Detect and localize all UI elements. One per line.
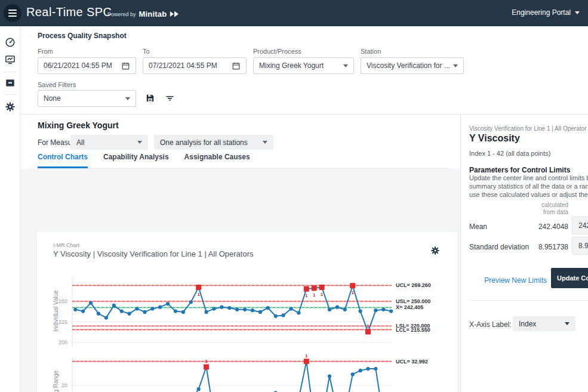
chevron-down-icon (575, 11, 580, 14)
panel-divider (469, 300, 588, 301)
minitab-logo-icon (170, 10, 179, 18)
top-app-bar: Real-Time SPC Powered by Minitab Enginee… (0, 0, 588, 26)
nav-divider (4, 72, 17, 72)
svg-text:1: 1 (313, 292, 316, 298)
svg-text:UCL= 269.260: UCL= 269.260 (396, 282, 431, 288)
tab-control-charts[interactable]: Control Charts (38, 153, 88, 168)
portal-label: Engineering Portal (512, 8, 571, 17)
station-label: Station (361, 48, 381, 55)
description-line: Update the center line and control limit… (469, 174, 588, 181)
chart-title: Y Viscosity | Viscosity Verification for… (53, 249, 254, 258)
chevron-down-icon (343, 64, 348, 67)
svg-text:200: 200 (59, 339, 67, 345)
x-axis-select[interactable]: Index (513, 316, 575, 331)
mean-calculated-value: 242.4048 (518, 223, 568, 231)
panel-title: Y Viscosity (469, 133, 520, 144)
moving-range-chart: 020UCL= 32.992M̅R̅= 10.098LCL= 0.0004812… (36, 354, 454, 392)
portal-switcher[interactable]: Engineering Portal (512, 8, 580, 17)
svg-text:1: 1 (305, 293, 308, 298)
chevron-down-icon (453, 64, 458, 67)
svg-text:20: 20 (61, 382, 67, 388)
stddev-input[interactable]: 8.951738 (572, 237, 588, 255)
svg-text:UCL= 32.992: UCL= 32.992 (396, 359, 428, 365)
from-label: From (38, 48, 53, 55)
save-filter-icon[interactable] (145, 93, 155, 103)
product-process-label: Product/Process (253, 48, 301, 55)
svg-text:1: 1 (321, 292, 324, 297)
hamburger-menu-icon[interactable] (4, 4, 21, 22)
update-control-limits-button[interactable]: Update Control Limits (551, 268, 588, 288)
app-title: Real-Time SPC (26, 5, 112, 19)
section-title: Process Quality Snapshot (38, 32, 127, 40)
svg-text:225: 225 (59, 319, 67, 325)
x-axis-value: Index (519, 320, 565, 328)
monitor-chart-icon[interactable] (5, 54, 16, 65)
chevron-down-icon (137, 141, 142, 144)
minitab-brand-label: Minitab (139, 10, 167, 18)
from-date-value: 06/21/2021 04:55 PM (44, 61, 121, 70)
gauge-icon[interactable] (5, 37, 16, 48)
description-line: summary statistics of all the data or a … (469, 183, 588, 190)
tab-capability-analysis[interactable]: Capability Analysis (103, 153, 169, 168)
to-date-value: 07/21/2021 04:55 PM (149, 61, 232, 70)
saved-filters-value: None (44, 94, 125, 103)
chevron-down-icon (565, 322, 569, 325)
storage-box-icon[interactable] (5, 78, 16, 88)
svg-text:LCL= 215.550: LCL= 215.550 (396, 327, 430, 333)
measure-value: All (76, 138, 137, 147)
station-value: Viscosity Verification for ... (367, 61, 453, 70)
tab-bar: Control Charts Capability Analysis Assig… (38, 153, 450, 169)
station-select[interactable]: Viscosity Verification for ... (361, 57, 464, 74)
powered-by-label: Powered by (107, 11, 136, 17)
stddev-calculated-value: 8.951738 (518, 243, 568, 251)
product-process-value: Mixing Greek Yogurt (259, 61, 343, 70)
main-content: Mixing Greek Yogurt For Measure: All One… (20, 115, 460, 392)
chart-settings-gear-icon[interactable] (430, 246, 440, 255)
imr-chart-card: I-MR Chart Y Viscosity | Viscosity Verif… (36, 231, 458, 392)
chevron-down-icon (263, 141, 267, 144)
svg-text:USL= 250.000: USL= 250.000 (396, 298, 430, 304)
mean-input[interactable]: 242.4048 (572, 217, 588, 234)
calculated-from-data-header: calculated from data (521, 202, 568, 216)
to-date-input[interactable]: 07/21/2021 04:55 PM (143, 57, 247, 74)
svg-text:Individual Value: Individual Value (53, 290, 59, 332)
tab-assignable-causes[interactable]: Assignable Causes (184, 153, 250, 168)
svg-text:1: 1 (205, 359, 208, 364)
panel-subtitle: Viscosity Verification for Line 1 | All … (469, 125, 586, 132)
chevron-down-icon (125, 97, 130, 100)
individuals-chart: 200225250UCL= 269.260USL= 250.000X̅= 242… (36, 270, 454, 354)
filter-icon[interactable] (165, 93, 175, 103)
nav-divider (4, 94, 17, 95)
process-heading: Mixing Greek Yogurt (38, 121, 119, 130)
parameters-section-title: Parameters for Control Limits (469, 166, 570, 174)
saved-filters-select[interactable]: None (38, 90, 136, 107)
svg-text:Moving Range: Moving Range (53, 370, 59, 392)
x-axis-label: X-Axis Label: (469, 320, 512, 329)
svg-text:1: 1 (305, 354, 308, 359)
charts-background: I-MR Chart Y Viscosity | Viscosity Verif… (20, 169, 460, 392)
svg-text:1: 1 (351, 290, 354, 295)
to-label: To (143, 48, 150, 55)
measure-select[interactable]: All (70, 135, 148, 150)
chart-type-label: I-MR Chart (53, 242, 79, 248)
settings-gear-icon[interactable] (5, 101, 16, 112)
analysis-mode-select[interactable]: One analysis for all stations (154, 135, 273, 150)
svg-text:250: 250 (59, 298, 67, 304)
svg-text:1: 1 (367, 323, 370, 329)
control-limits-panel: Viscosity Verification for Line 1 | All … (460, 115, 588, 392)
mean-label: Mean (469, 223, 487, 231)
saved-filters-label: Saved Filters (38, 81, 76, 88)
left-nav-rail (0, 26, 20, 392)
calendar-icon[interactable] (121, 61, 130, 70)
svg-text:X̅= 242.405: X̅= 242.405 (396, 304, 423, 310)
filters-section: Process Quality Snapshot From 06/21/2021… (20, 26, 588, 115)
preview-new-limits-link[interactable]: Preview New Limits (469, 276, 547, 285)
svg-text:1: 1 (197, 292, 200, 297)
index-range-label: Index 1 - 42 (all data points) (469, 150, 550, 157)
product-process-select[interactable]: Mixing Greek Yogurt (253, 57, 354, 74)
calendar-icon[interactable] (232, 61, 241, 70)
from-date-input[interactable]: 06/21/2021 04:55 PM (38, 57, 136, 74)
powered-by-minitab: Powered by Minitab (107, 10, 179, 18)
description-line: use these calculated values or adjust th… (469, 191, 588, 198)
analysis-mode-value: One analysis for all stations (160, 138, 263, 147)
